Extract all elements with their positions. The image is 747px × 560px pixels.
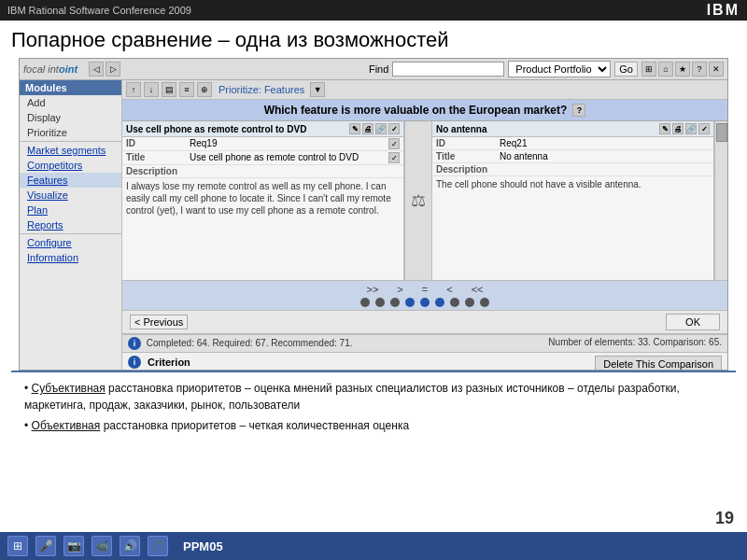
criterion-area: i Criterion Value European market (publi… (122, 352, 727, 370)
dot-3[interactable] (390, 298, 400, 307)
right-edit-icon[interactable]: ✎ (659, 123, 670, 134)
bullet-2: Объективная расстановка приоритетов – че… (24, 417, 723, 434)
taskbar-icon-camera[interactable]: 📷 (63, 536, 84, 556)
left-edit-icon[interactable]: ✎ (349, 123, 360, 134)
taskbar-icon-music[interactable]: 🎵 (148, 536, 168, 556)
left-desc-label: Description (126, 166, 190, 176)
sidebar-reports[interactable]: Reports (20, 217, 121, 232)
taskbar-icon-audio[interactable]: 🔊 (120, 536, 140, 556)
browser-window: focal intoint ◁ ▷ Find Product Portfolio… (19, 58, 728, 371)
sidebar-visualize[interactable]: Visualize (20, 188, 121, 203)
comparison-area: Use cell phone as remote control to DVD … (122, 121, 727, 280)
right-title-label: Title (436, 151, 500, 161)
right-id-value: Req21 (500, 138, 710, 148)
vote-label-4: < (446, 284, 452, 295)
help-icon[interactable]: ? (692, 62, 707, 77)
right-id-row: ID Req21 (432, 137, 713, 150)
conference-title: IBM Rational Software Conference 2009 (7, 5, 191, 16)
grid-icon[interactable]: ⊞ (641, 62, 656, 77)
comparison-middle: ⚖ (404, 121, 432, 280)
bottom-text: Субъективная расстановка приоритетов – о… (11, 371, 736, 445)
sidebar-competitors[interactable]: Competitors (20, 158, 121, 173)
right-panel: No antenna ✎ 🖨 🔗 ✓ ID Req21 (432, 121, 714, 280)
sidebar-display[interactable]: Display (20, 110, 121, 125)
right-check-icon[interactable]: ✓ (698, 123, 710, 134)
taskbar-icon-mic[interactable]: 🎤 (35, 536, 56, 556)
left-id-row: ID Req19 ✓ (122, 137, 403, 151)
bullet-1: Субъективная расстановка приоритетов – о… (24, 380, 723, 413)
toolbar-icon1[interactable]: ↑ (126, 82, 141, 97)
left-print-icon[interactable]: 🖨 (362, 123, 374, 134)
bullet2-rest: расстановка приоритетов – четкая количес… (100, 419, 409, 432)
criterion-buttons: Delete This Comparison Delete All Compar… (595, 356, 722, 370)
left-link-icon[interactable]: 🔗 (375, 123, 387, 134)
left-id-check[interactable]: ✓ (388, 138, 400, 149)
previous-button[interactable]: < Previous (130, 315, 188, 329)
vote-label-2: > (397, 284, 402, 295)
back-icon[interactable]: ◁ (89, 62, 104, 77)
bullet1-underline: Субъективная (32, 382, 106, 395)
action-row: < Previous OK (122, 311, 727, 334)
dot-6[interactable] (435, 298, 444, 307)
sidebar-modules[interactable]: Modules (20, 80, 121, 95)
home-icon[interactable]: ⌂ (658, 62, 673, 77)
voting-labels: >> > = < << (130, 284, 720, 295)
toolbar-icon4[interactable]: ≡ (179, 82, 194, 97)
bullet1-rest: расстановка приоритетов – оценка мнений … (24, 382, 680, 412)
toolbar-icon2[interactable]: ↓ (144, 82, 159, 97)
portfolio-select[interactable]: Product Portfolio (508, 61, 611, 77)
left-check-icon[interactable]: ✓ (388, 123, 400, 134)
status-left: i Completed: 64. Required: 67. Recommend… (128, 337, 352, 350)
right-desc-label: Description (436, 164, 500, 175)
browser-toolbar: focal intoint ◁ ▷ Find Product Portfolio… (20, 59, 727, 80)
scrollbar[interactable] (714, 121, 727, 280)
left-id-value: Req19 (190, 138, 388, 149)
dot-4[interactable] (405, 298, 415, 307)
dot-5[interactable] (420, 298, 430, 307)
dot-2[interactable] (375, 298, 385, 307)
star-icon[interactable]: ★ (675, 62, 690, 77)
left-desc-row: Description (122, 165, 403, 178)
main-toolbar: ↑ ↓ ▤ ≡ ⊕ Prioritize: Features ▼ (122, 80, 727, 100)
ok-button[interactable]: OK (666, 314, 720, 330)
voting-row: >> > = < << (122, 280, 727, 311)
toolbar-icon5[interactable]: ⊕ (197, 82, 212, 97)
scales-icon: ⚖ (411, 190, 426, 211)
info-icon: i (128, 337, 141, 350)
left-title-check[interactable]: ✓ (388, 152, 400, 163)
right-print-icon[interactable]: 🖨 (672, 123, 684, 134)
dot-1[interactable] (360, 298, 370, 307)
taskbar: ⊞ 🎤 📷 📹 🔊 🎵 PPM05 (0, 532, 747, 560)
sidebar-information[interactable]: Information (20, 250, 121, 265)
question-info-icon[interactable]: ? (572, 104, 585, 117)
sidebar-market-segments[interactable]: Market segments (20, 143, 121, 158)
taskbar-icon-video[interactable]: 📹 (92, 536, 112, 556)
close-icon[interactable]: ✕ (709, 62, 724, 77)
taskbar-icon-home[interactable]: ⊞ (7, 536, 28, 556)
nav-icons: ◁ ▷ (89, 62, 120, 77)
sidebar-configure[interactable]: Configure (20, 235, 121, 250)
main-area: ↑ ↓ ▤ ≡ ⊕ Prioritize: Features ▼ Which f… (122, 80, 727, 370)
sidebar-prioritize[interactable]: Prioritize (20, 125, 121, 140)
prioritize-icon[interactable]: ▼ (310, 82, 325, 97)
ibm-logo: IBM (707, 2, 740, 19)
fwd-icon[interactable]: ▷ (106, 62, 120, 77)
right-link-icon[interactable]: 🔗 (685, 123, 697, 134)
main-content: Попарное сравнение – одна из возможносте… (0, 21, 747, 451)
dot-7[interactable] (450, 298, 459, 307)
find-input[interactable] (392, 62, 504, 77)
left-title-row: Title Use cell phone as remote control t… (122, 151, 403, 165)
sidebar-plan[interactable]: Plan (20, 203, 121, 217)
app-layout: Modules Add Display Prioritize Market se… (20, 80, 727, 370)
left-panel-header: Use cell phone as remote control to DVD … (122, 121, 403, 137)
sidebar-add[interactable]: Add (20, 95, 121, 110)
delete-comparison-button[interactable]: Delete This Comparison (595, 356, 722, 370)
dot-8[interactable] (465, 298, 474, 307)
toolbar-icon3[interactable]: ▤ (162, 82, 176, 97)
left-panel-title: Use cell phone as remote control to DVD (126, 124, 306, 134)
left-id-label: ID (126, 138, 190, 149)
dot-9[interactable] (480, 298, 489, 307)
voting-dots[interactable] (130, 298, 720, 307)
sidebar-features[interactable]: Features (20, 173, 121, 188)
go-button[interactable]: Go (614, 62, 638, 77)
